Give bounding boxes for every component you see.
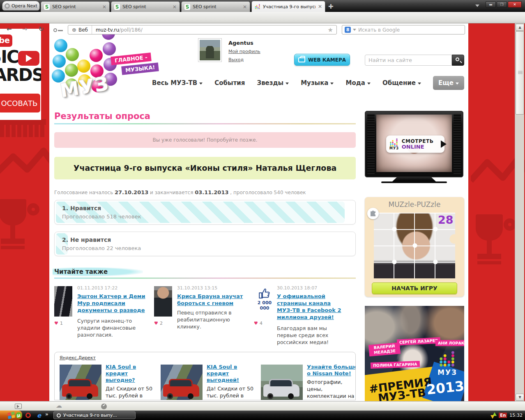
nav-sobytiya[interactable]: События [214,79,245,87]
scroll-down-icon[interactable]: ▼ [516,394,524,401]
scrollbar[interactable]: ▲ ▼ [515,23,524,401]
poll-option-1[interactable]: 1. Нравится Проголосовало 518 человек [54,200,356,225]
site-search-input[interactable] [365,55,452,66]
back-icon[interactable]: ← [7,25,12,33]
clock[interactable]: 15:32 [509,413,523,418]
ad-image[interactable] [261,365,303,400]
panels-toggle-icon[interactable] [15,404,22,409]
red-car-graphic [62,384,98,397]
webcam-button[interactable]: WEB КАМЕРА [294,54,350,66]
windows-taskbar: µ e » Участница 9-го выпу... En 15:32 [0,411,525,420]
logout-link[interactable]: Выход [228,57,244,62]
restore-button[interactable]: ❐ [497,1,507,8]
chevron-down-icon [367,83,371,85]
close-icon[interactable]: ✕ [318,4,322,9]
tab-seo-sprint-1[interactable]: S SEO sprint ✕ [41,1,110,12]
close-icon[interactable]: ✕ [102,4,106,10]
language-indicator[interactable]: En [499,413,507,418]
web-badge[interactable]: ⊕ Веб [68,25,92,34]
search-engine-dropdown-icon[interactable] [353,29,356,31]
news-thumbnail[interactable]: 2 000 000 [254,286,275,317]
likes[interactable]: ♥4 [254,320,262,326]
likes[interactable]: ♥1 [54,320,63,326]
scrollbar-thumb[interactable] [516,31,524,115]
news-link[interactable]: Криса Брауна научат бороться с гневом [177,293,248,307]
windows-flag-icon [7,411,15,419]
google-icon[interactable]: 8 [345,27,351,33]
likes-count: 2 [160,321,163,326]
ad-title-link[interactable]: KIA Soul в кредит выгодней! [207,364,258,383]
muz-favicon [255,4,260,9]
heart-icon: ♥ [154,321,158,326]
key-icon[interactable] [53,28,57,32]
url-field[interactable]: ⊕ Веб muz-tv.ru/poll/186/ ★ [68,25,337,34]
opera-icon [5,3,10,9]
close-icon[interactable]: ✕ [243,4,247,10]
tab-seo-sprint-2[interactable]: S SEO sprint ✕ [111,1,180,12]
nav-eshche[interactable]: Еще [433,76,464,90]
ad-text: Да! Скидки от 50 тыс. рублей в [106,385,157,399]
site-search-button[interactable] [452,55,464,66]
utorrent-icon[interactable]: µ [16,412,22,418]
muz-dots-icon: МУЗ [389,138,399,150]
reload-icon[interactable]: ↻ [39,25,44,33]
tab-list-dropdown-icon[interactable] [475,5,479,7]
google-search-input[interactable] [358,27,462,33]
minimize-button[interactable]: ▬ [486,1,496,8]
ad-text: Фотографии, цены, комплектации на официа… [307,379,356,400]
profile-link[interactable]: Мой профиль [228,49,260,54]
opera-menu-button[interactable]: Opera Next [2,1,40,11]
news-text: Супруги наконец-то уладили финансовые ра… [77,317,146,338]
nav-muzyka[interactable]: Музыка [301,79,334,87]
tab-active-muz-tv[interactable]: Участница 9-го выпуск... ✕ [251,1,325,12]
close-icon[interactable]: ✕ [173,4,177,10]
close-window-button[interactable]: ✕ [508,1,522,8]
opera-link-cloud-icon[interactable]: ☁ [56,402,62,409]
chevron-down-icon [286,83,289,85]
news-link[interactable]: Эштон Катчер и Деми Мур подписали докуме… [77,293,148,314]
poll-option-2[interactable]: 2. Не нравится Проголосовало 22 человека [54,232,356,256]
puzzle-piece-icon[interactable] [367,208,379,219]
nav-zvezdy[interactable]: Звезды [257,79,289,87]
nav-ves-muz-tv[interactable]: Весь МУЗ-ТВ [152,79,203,87]
opera-icon[interactable] [25,413,31,418]
news-link[interactable]: У официальной страницы канала МУЗ-ТВ в F… [277,293,348,321]
address-bar: ← → ↻ ⊕ Веб muz-tv.ru/poll/186/ ★ 8 [0,12,525,23]
opera-icon [57,413,61,418]
tab-title: SEO sprint [193,4,240,9]
likes[interactable]: ♥2 [154,320,163,326]
taskbar-window-button[interactable]: Участница 9-го выпу... [53,411,136,419]
news-thumbnail[interactable] [154,286,172,317]
ad-image[interactable] [60,365,101,400]
muz-logo-text: МУЗ [59,72,111,102]
muz-tv-awards-banner[interactable]: ВАЛЕРИЙ МЕЛАДЗЕ СЕРГЕЙ ЛАЗАРЕВ АНИ ЛОРАК… [365,306,464,401]
vote-button[interactable]: ОСОВАТЬ [0,94,40,112]
opera-turbo-icon[interactable] [101,404,107,409]
google-search-field[interactable]: 8 [342,25,465,34]
new-tab-button[interactable]: ✚ [328,3,334,10]
poll-question: Участница 9-го выпуска «Иконы стиля» Нат… [54,157,356,179]
transfer-arrows-icon[interactable] [490,412,496,419]
bookmark-star-icon[interactable]: ★ [328,26,336,34]
ad-title-link[interactable]: KIA Soul в кредит выгодно? [106,364,157,383]
nav-moda[interactable]: Мода [345,79,370,87]
ad-title-link[interactable]: Узнайте больше о Nissan Note! [307,364,356,377]
news-thumbnail[interactable] [54,286,72,317]
yandex-direct-link[interactable]: Яндекс.Директ [60,355,96,360]
ad-image[interactable] [161,365,203,400]
nav-obshchenie[interactable]: Общение [382,79,421,87]
youtube-awards-banner[interactable]: be SIC ARDS ОСОВАТЬ [0,29,41,120]
piano-keys-pattern [0,125,46,137]
scroll-up-icon[interactable]: ▲ [516,24,524,31]
watch-online-button[interactable]: МУЗ СМОТРЕТЬ ONLINE [386,135,444,153]
internet-explorer-icon[interactable]: e [35,412,43,419]
start-game-button[interactable]: НАЧАТЬ ИГРУ [372,282,457,294]
quick-launch-overflow-icon[interactable]: » [45,411,48,417]
likes-count: 4 [260,321,262,326]
news-text: Певец отправился в реабилитационную клин… [177,309,246,330]
user-avatar[interactable] [198,38,222,62]
tv-base [381,181,447,183]
system-tray: En 15:32 [490,411,523,420]
forward-icon[interactable]: → [22,25,28,33]
tab-seo-sprint-3[interactable]: S SEO sprint ✕ [181,1,250,12]
